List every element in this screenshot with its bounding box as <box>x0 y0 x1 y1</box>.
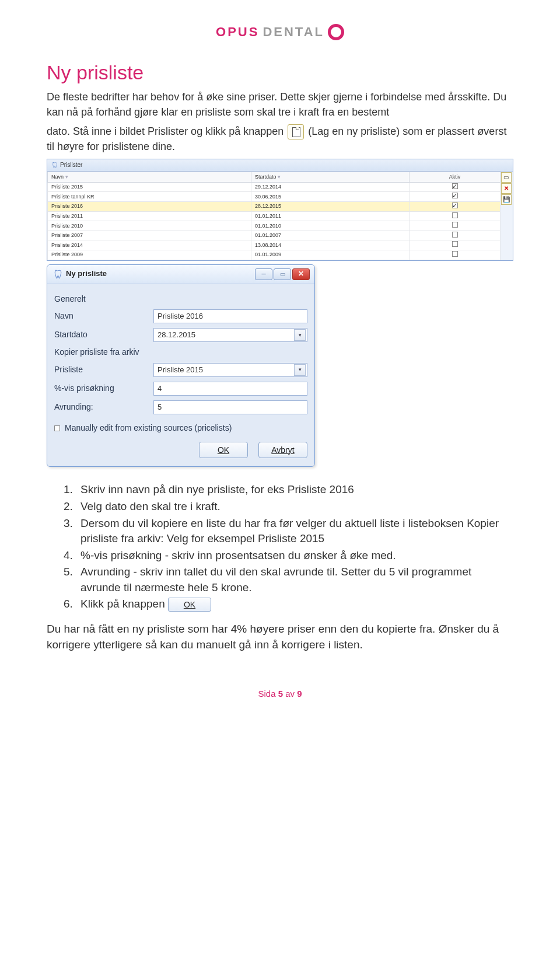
cell-aktiv <box>410 211 500 221</box>
step-1: Skriv inn navn på din nye prisliste, for… <box>76 482 513 498</box>
section-kopier: Kopier prisliste fra arkiv <box>54 347 307 358</box>
step-6-text: Klikk på knappen <box>80 598 165 610</box>
filter-icon[interactable]: ▾ <box>65 174 68 180</box>
step-4: %-vis prisøkning - skriv inn prosentsats… <box>76 548 513 564</box>
page-total: 9 <box>297 689 302 699</box>
maximize-button[interactable]: ▭ <box>274 268 291 280</box>
ok-button-label: OK <box>218 445 229 456</box>
delete-row-button[interactable]: ✕ <box>501 183 512 194</box>
manual-edit-checkbox[interactable] <box>54 425 60 431</box>
step-2: Velg dato den skal tre i kraft. <box>76 499 513 515</box>
tooth-icon <box>52 269 62 280</box>
step-5: Avrunding - skriv inn tallet du vil den … <box>76 564 513 595</box>
aktiv-checkbox[interactable] <box>452 183 458 189</box>
cell-dato: 01.01.2010 <box>251 221 410 231</box>
table-side-buttons: ▭ ✕ 💾 <box>501 172 513 260</box>
aktiv-checkbox[interactable] <box>452 212 458 218</box>
minimize-button[interactable]: ─ <box>255 268 272 280</box>
intro-paragraph-1: De fleste bedrifter har behov for å øke … <box>47 90 513 119</box>
page-title: Ny prisliste <box>47 59 513 87</box>
table-row[interactable]: Prisliste 200701.01.2007 <box>48 231 501 240</box>
table-row[interactable]: Prisliste 201628.12.2015 <box>48 201 501 211</box>
cell-dato: 30.06.2015 <box>251 192 410 202</box>
page-current: 5 <box>278 689 283 699</box>
label-prisokning: %-vis prisøkning <box>54 383 153 395</box>
value-prisokning: 4 <box>158 383 162 394</box>
cell-navn: Prisliste tannpl KR <box>48 192 251 202</box>
table-row[interactable]: Prisliste 201101.01.2011 <box>48 211 501 221</box>
cell-dato: 01.01.2009 <box>251 250 410 260</box>
instruction-list: Skriv inn navn på din nye prisliste, for… <box>76 482 513 612</box>
dropdown-icon[interactable]: ▾ <box>294 364 306 376</box>
filter-icon[interactable]: ▾ <box>278 174 281 180</box>
section-generelt: Generelt <box>54 294 307 305</box>
cell-dato: 28.12.2015 <box>251 201 410 211</box>
new-row-button[interactable]: ▭ <box>501 172 512 183</box>
aktiv-checkbox[interactable] <box>452 222 458 228</box>
page-prefix: Sida <box>258 689 278 699</box>
table-row[interactable]: Prisliste 201001.01.2010 <box>48 221 501 231</box>
aktiv-checkbox[interactable] <box>452 203 458 208</box>
cell-aktiv <box>410 240 500 250</box>
aktiv-checkbox[interactable] <box>452 232 458 238</box>
intro-paragraph-2: dato. Stå inne i bildet Prislister og kl… <box>47 124 513 154</box>
value-prisliste: Prisliste 2015 <box>158 365 203 375</box>
cancel-button-label: Avbryt <box>271 445 294 456</box>
cell-dato: 01.01.2011 <box>251 211 410 221</box>
prislister-window: Prislister Navn ▾ Startdato ▾ Aktiv Pris… <box>47 159 513 260</box>
new-document-icon <box>288 124 304 139</box>
ny-prisliste-dialog: Ny prisliste ─ ▭ ✕ Generelt Navn Prislis… <box>47 264 315 467</box>
cell-navn: Prisliste 2007 <box>48 231 251 240</box>
aktiv-checkbox[interactable] <box>452 193 458 198</box>
label-navn: Navn <box>54 310 153 322</box>
cell-navn: Prisliste 2015 <box>48 182 251 192</box>
tooth-icon <box>51 162 58 169</box>
table-row[interactable]: Prisliste tannpl KR30.06.2015 <box>48 192 501 202</box>
prislister-table: Navn ▾ Startdato ▾ Aktiv Prisliste 20152… <box>47 172 501 260</box>
cell-navn: Prisliste 2009 <box>48 250 251 260</box>
col-startdato: Startdato <box>255 174 276 180</box>
cell-aktiv <box>410 250 500 260</box>
logo-circle-icon <box>328 24 344 40</box>
logo-text-dental: DENTAL <box>262 23 324 41</box>
input-startdato[interactable]: 28.12.2015 ▾ <box>153 328 307 342</box>
select-prisliste[interactable]: Prisliste 2015 ▾ <box>153 363 307 377</box>
aktiv-checkbox[interactable] <box>452 251 458 257</box>
step-3: Dersom du vil kopiere en liste du har fr… <box>76 516 513 547</box>
input-prisokning[interactable]: 4 <box>153 382 307 396</box>
cell-navn: Prisliste 2010 <box>48 221 251 231</box>
cancel-button[interactable]: Avbryt <box>258 442 307 458</box>
prislister-title: Prislister <box>60 161 82 169</box>
cell-aktiv <box>410 182 500 192</box>
manual-edit-label: Manually edit from existing sources (pri… <box>65 423 232 434</box>
save-row-button[interactable]: 💾 <box>501 194 512 205</box>
table-row[interactable]: Prisliste 201529.12.2014 <box>48 182 501 192</box>
ok-button-inline: OK <box>168 598 211 612</box>
ok-button[interactable]: OK <box>199 442 248 458</box>
logo-text-opus: OPUS <box>216 23 259 41</box>
dialog-title: Ny prisliste <box>66 268 255 279</box>
table-row[interactable]: Prisliste 201413.08.2014 <box>48 240 501 250</box>
step-6: Klikk på knappen OK <box>76 596 513 612</box>
value-startdato: 28.12.2015 <box>158 330 195 340</box>
table-row[interactable]: Prisliste 200901.01.2009 <box>48 250 501 260</box>
col-navn: Navn <box>51 174 64 180</box>
cell-aktiv <box>410 192 500 202</box>
label-avrunding: Avrunding: <box>54 402 153 413</box>
calendar-dropdown-icon[interactable]: ▾ <box>294 329 306 341</box>
cell-dato: 13.08.2014 <box>251 240 410 250</box>
input-avrunding[interactable]: 5 <box>153 400 307 414</box>
aktiv-checkbox[interactable] <box>452 241 458 247</box>
cell-aktiv <box>410 201 500 211</box>
cell-aktiv <box>410 221 500 231</box>
cell-navn: Prisliste 2011 <box>48 211 251 221</box>
value-navn: Prisliste 2016 <box>158 311 203 322</box>
cell-dato: 29.12.2014 <box>251 182 410 192</box>
intro-text-2a: dato. Stå inne i bildet Prislister og kl… <box>47 125 284 137</box>
close-button[interactable]: ✕ <box>292 268 310 280</box>
label-prisliste: Prisliste <box>54 364 153 376</box>
col-aktiv: Aktiv <box>449 174 461 180</box>
ok-inline-label: OK <box>184 600 195 609</box>
input-navn[interactable]: Prisliste 2016 <box>153 309 307 323</box>
cell-dato: 01.01.2007 <box>251 231 410 240</box>
